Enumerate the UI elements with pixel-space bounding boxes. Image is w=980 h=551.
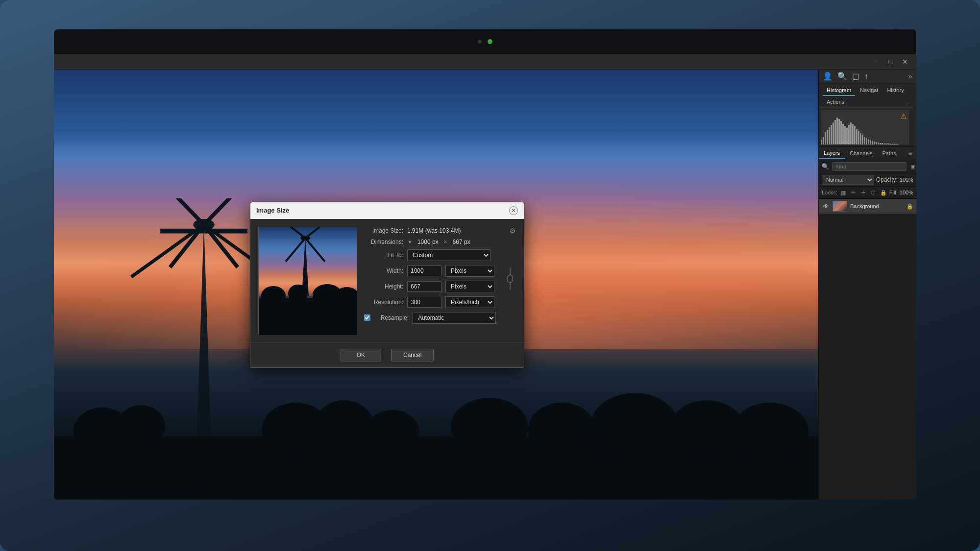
share-icon[interactable]: ↑: [864, 72, 868, 81]
height-row: Height: Pixels: [364, 281, 504, 292]
layer-thumbnail: [833, 201, 847, 212]
locks-row: Locks: ▦ ✏ ✛ ⬡ 🔒 Fill: 100%: [819, 187, 916, 199]
svg-rect-49: [846, 128, 848, 144]
svg-rect-52: [852, 124, 854, 144]
dialog-title: Image Size: [256, 207, 289, 214]
fit-to-select[interactable]: Custom: [407, 249, 490, 261]
tab-navigator[interactable]: Navigat: [856, 85, 882, 96]
tab-channels[interactable]: Channels: [845, 148, 877, 159]
lock-all-button[interactable]: 🔒: [879, 188, 887, 197]
height-input[interactable]: [407, 281, 441, 292]
svg-rect-37: [823, 137, 824, 144]
close-button[interactable]: ✕: [900, 56, 910, 67]
image-size-dialog[interactable]: Image Size ✕: [250, 202, 524, 368]
width-unit-select[interactable]: Pixels: [445, 265, 494, 277]
maximize-button[interactable]: □: [885, 56, 896, 67]
panel-more-button[interactable]: ≡: [904, 98, 912, 108]
dimensions-label: Dimensions:: [364, 239, 403, 245]
blend-mode-select[interactable]: Normal: [822, 175, 874, 185]
gear-icon[interactable]: ⚙: [510, 227, 516, 235]
svg-rect-61: [870, 140, 871, 144]
tab-actions[interactable]: Actions: [823, 97, 848, 108]
title-bar-controls: ─ □ ✕: [870, 56, 910, 67]
minimize-button[interactable]: ─: [870, 56, 881, 67]
cancel-button[interactable]: Cancel: [391, 349, 434, 361]
laptop-shell: ─ □ ✕: [0, 0, 980, 551]
svg-rect-73: [893, 144, 895, 144]
svg-rect-66: [880, 143, 881, 144]
dimensions-row: Dimensions: ▼ 1000 px × 667 px: [364, 239, 516, 245]
svg-rect-67: [882, 143, 883, 144]
resample-checkbox[interactable]: [364, 314, 370, 321]
link-chain-icon: [504, 265, 516, 296]
dimensions-height: 667 px: [453, 239, 470, 245]
layers-search-input[interactable]: [832, 162, 906, 171]
fill-row: Fill: 100%: [889, 190, 913, 195]
resolution-input[interactable]: [407, 297, 441, 308]
layers-tabs: Layers Channels Paths ≡: [819, 147, 916, 160]
lock-move-button[interactable]: ✛: [859, 188, 867, 197]
top-right-tools: 👤 🔍 ▢ ↑ »: [819, 70, 916, 83]
dimensions-sep: ×: [444, 239, 447, 245]
tab-layers[interactable]: Layers: [819, 147, 845, 159]
svg-rect-43: [834, 120, 836, 144]
dimensions-width: 1000 px: [417, 239, 439, 245]
svg-rect-72: [891, 144, 893, 144]
width-input[interactable]: [407, 265, 441, 276]
layer-visibility-toggle[interactable]: 👁: [822, 202, 830, 210]
svg-rect-62: [872, 141, 873, 144]
resample-select[interactable]: Automatic: [413, 312, 496, 324]
resample-row: Resample: Automatic: [364, 312, 516, 324]
dim-dropdown-icon[interactable]: ▼: [407, 239, 413, 245]
dialog-form: Image Size: 1.91M (was 103.4M) ⚙ Dimensi…: [364, 227, 516, 335]
tab-paths[interactable]: Paths: [878, 148, 901, 159]
svg-rect-69: [885, 144, 887, 144]
svg-rect-63: [874, 142, 875, 144]
width-row: Width: Pixels: [364, 265, 504, 277]
svg-point-30: [288, 285, 308, 302]
camera-active-dot: [488, 39, 492, 44]
lock-artboard-button[interactable]: ⬡: [869, 188, 877, 197]
svg-rect-71: [889, 144, 891, 144]
layer-filter-icons: ▣ ◑ T ⬟ ✦: [908, 162, 916, 171]
height-unit-select[interactable]: Pixels: [445, 281, 494, 292]
tab-history[interactable]: History: [883, 85, 907, 96]
svg-rect-40: [829, 127, 830, 144]
canvas-area: Image Size ✕: [54, 70, 818, 500]
svg-rect-44: [836, 118, 838, 144]
svg-rect-70: [887, 144, 889, 144]
layer-filter-pixel[interactable]: ▣: [908, 162, 916, 171]
workspace-icon[interactable]: ▢: [852, 72, 859, 81]
svg-rect-47: [842, 124, 844, 144]
image-size-label: Image Size:: [364, 227, 403, 234]
search-icon[interactable]: 🔍: [837, 72, 847, 81]
dialog-preview-image: [258, 227, 356, 335]
lock-paint-button[interactable]: ✏: [849, 188, 857, 197]
image-size-row: Image Size: 1.91M (was 103.4M) ⚙: [364, 227, 516, 235]
dialog-title-bar: Image Size ✕: [250, 202, 524, 219]
opacity-label: Opacity:: [876, 176, 898, 183]
expand-panel-button[interactable]: »: [908, 72, 912, 81]
dialog-close-button[interactable]: ✕: [509, 206, 518, 215]
title-bar: ─ □ ✕: [54, 54, 916, 70]
locks-label: Locks:: [822, 190, 837, 195]
resolution-unit-select[interactable]: Pixels/Inch: [445, 296, 494, 308]
svg-rect-55: [858, 131, 859, 144]
svg-rect-41: [831, 125, 832, 144]
svg-rect-51: [850, 122, 852, 144]
user-icon[interactable]: 👤: [823, 72, 833, 81]
lock-transparent-button[interactable]: ▦: [839, 188, 847, 197]
svg-rect-36: [821, 140, 822, 144]
tab-histogram[interactable]: Histogram: [823, 85, 855, 96]
layer-item[interactable]: 👁 Background 🔒: [819, 199, 916, 214]
ok-button[interactable]: OK: [341, 349, 381, 361]
layers-more-button[interactable]: ≡: [905, 147, 916, 160]
screen-area: ─ □ ✕: [54, 54, 916, 500]
svg-point-29: [261, 286, 286, 306]
main-content: Image Size ✕: [54, 70, 916, 500]
layer-lock-icon: 🔒: [906, 203, 913, 210]
svg-rect-68: [883, 144, 885, 144]
layer-name: Background: [850, 203, 904, 209]
histogram-warning-icon: ⚠: [901, 112, 907, 120]
dimensions-group: Width: Pixels: [364, 265, 516, 296]
